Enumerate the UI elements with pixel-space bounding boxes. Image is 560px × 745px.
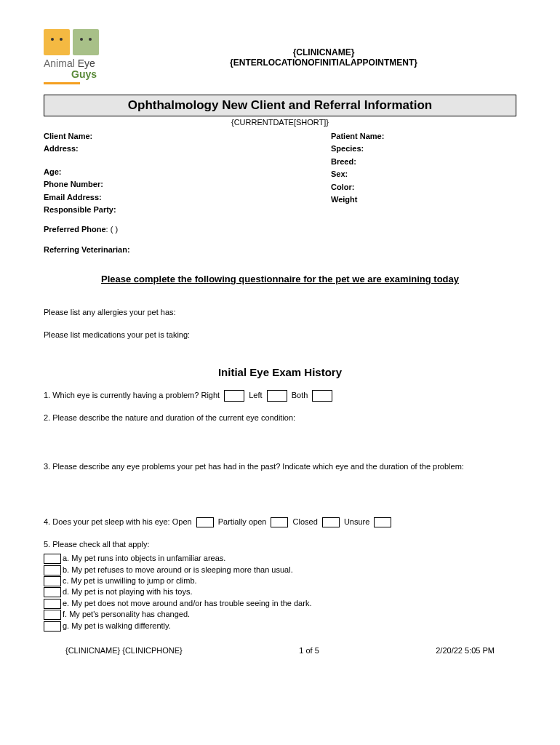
q4-unsure-checkbox[interactable] [374, 517, 391, 527]
q5-a-checkbox[interactable] [44, 554, 61, 564]
breed-label: Breed: [331, 157, 356, 166]
q1-both-label: Both [292, 391, 308, 399]
preferred-phone-row: Preferred Phone: ( ) [44, 224, 516, 235]
q5-e-checkbox[interactable] [44, 599, 61, 609]
q1-left-checkbox[interactable] [267, 390, 287, 402]
q5-a-label: a. My pet runs into objects in unfamilia… [63, 553, 225, 564]
q4-text: 4. Does your pet sleep with his eye: Ope… [44, 517, 192, 526]
q5-f-label: f. My pet's personality has changed. [63, 609, 190, 620]
patient-name-label: Patient Name: [331, 132, 384, 140]
footer-page-number: 1 of 5 [299, 646, 319, 655]
q5-g-label: g. My pet is walking differently. [63, 621, 171, 632]
footer-datetime: 2/20/22 5:05 PM [436, 646, 495, 655]
preferred-phone-parens: : ( ) [106, 225, 119, 234]
history-heading: Initial Eye Exam History [44, 366, 516, 378]
date-placeholder: {CURRENTDATE[SHORT]} [44, 118, 516, 127]
client-name-label: Client Name: [44, 132, 92, 140]
weight-label: Weight [331, 195, 357, 204]
q4-partial-checkbox[interactable] [271, 517, 288, 527]
question-1: 1. Which eye is currently having a probl… [44, 389, 516, 402]
logo-underline [44, 82, 80, 84]
logo-text-animal: Animal [44, 57, 75, 69]
question-4: 4. Does your pet sleep with his eye: Ope… [44, 516, 516, 528]
responsible-label: Responsible Party: [44, 205, 116, 214]
q4-closed-label: Closed [293, 517, 318, 526]
q5-text: 5. Please check all that apply: [44, 540, 150, 549]
patient-info-column: Patient Name: Species: Breed: Sex: Color… [229, 131, 516, 217]
q1-left-label: Left [249, 391, 262, 399]
q4-closed-checkbox[interactable] [322, 517, 340, 527]
q5-g-checkbox[interactable] [44, 621, 61, 632]
preferred-phone-label: Preferred Phone [44, 225, 106, 234]
client-info-column: Client Name: Address: Age: Phone Number:… [44, 131, 229, 217]
logo-dog-icon [73, 29, 99, 55]
clinic-name-placeholder: {CLINICNAME} [131, 47, 516, 57]
address-label: Address: [44, 144, 79, 153]
logo: Animal Eye Guys [44, 29, 116, 87]
document-header: Animal Eye Guys {CLINICNAME} {ENTERLOCAT… [44, 29, 516, 87]
age-label: Age: [44, 167, 61, 176]
q4-open-checkbox[interactable] [196, 517, 214, 527]
email-label: Email Address: [44, 193, 102, 202]
q1-both-checkbox[interactable] [312, 390, 332, 402]
logo-cat-icon [44, 29, 70, 55]
question-3: 3. Please describe any eye problems your… [44, 461, 516, 473]
q5-d-label: d. My pet is not playing with his toys. [63, 586, 193, 597]
q5-e-label: e. My pet does not move around and/or ha… [63, 598, 311, 609]
allergies-question: Please list any allergies your pet has: [44, 306, 516, 319]
q5-b-checkbox[interactable] [44, 565, 61, 575]
questionnaire-heading: Please complete the following questionna… [44, 274, 516, 284]
q5-b-label: b. My pet refuses to move around or is s… [63, 565, 293, 575]
form-title: Ophthalmology New Client and Referral In… [44, 95, 516, 116]
client-patient-info: Client Name: Address: Age: Phone Number:… [44, 131, 516, 217]
q1-text: 1. Which eye is currently having a probl… [44, 391, 220, 399]
phone-label: Phone Number: [44, 180, 103, 188]
sex-label: Sex: [331, 170, 348, 178]
question-2: 2. Please describe the nature and durati… [44, 412, 516, 424]
location-placeholder: {ENTERLOCATIONOFINITIALAPPOINTMENT} [131, 57, 516, 68]
color-label: Color: [331, 183, 354, 191]
footer-clinic: {CLINICNAME} {CLINICPHONE} [65, 646, 183, 655]
question-5: 5. Please check all that apply: a. My pe… [44, 538, 516, 632]
species-label: Species: [331, 144, 364, 153]
logo-text-eye: Eye [78, 57, 95, 69]
q5-checklist: a. My pet runs into objects in unfamilia… [44, 553, 516, 632]
q1-right-checkbox[interactable] [224, 390, 244, 402]
logo-text-guys: Guys [71, 68, 97, 80]
header-placeholders: {CLINICNAME} {ENTERLOCATIONOFINITIALAPPO… [131, 29, 516, 68]
page-footer: {CLINICNAME} {CLINICPHONE} 1 of 5 2/20/2… [44, 646, 516, 655]
q4-partial-label: Partially open [218, 517, 267, 526]
ref-vet-label: Referring Veterinarian: [44, 245, 130, 254]
q5-d-checkbox[interactable] [44, 587, 61, 597]
q5-c-label: c. My pet is unwilling to jump or climb. [63, 575, 197, 586]
q5-f-checkbox[interactable] [44, 610, 61, 620]
medications-question: Please list medications your pet is taki… [44, 329, 516, 341]
q5-c-checkbox[interactable] [44, 576, 61, 586]
q4-unsure-label: Unsure [344, 517, 369, 526]
